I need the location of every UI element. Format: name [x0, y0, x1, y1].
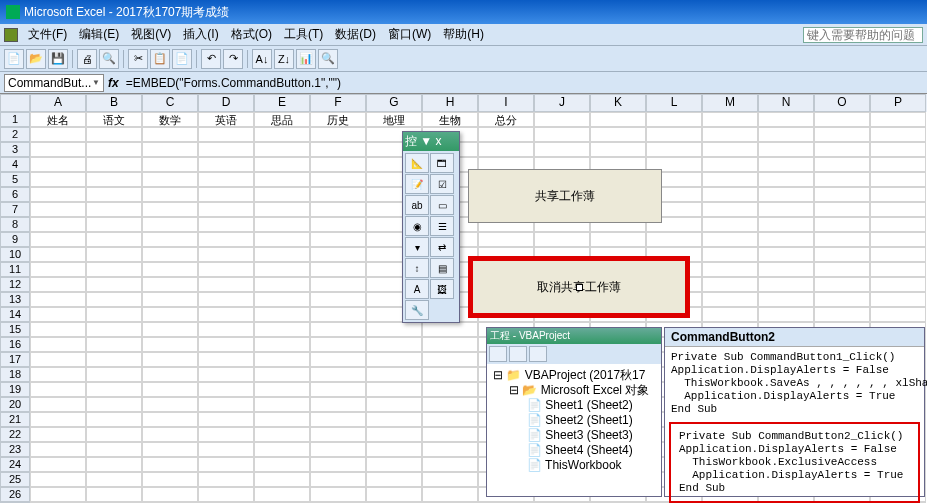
row-header[interactable]: 4 [0, 157, 30, 172]
cell[interactable] [702, 127, 758, 142]
view-code-icon[interactable]: 📝 [405, 174, 429, 194]
row-header[interactable]: 20 [0, 397, 30, 412]
cell[interactable] [30, 487, 86, 502]
cell[interactable] [86, 157, 142, 172]
cell[interactable] [86, 217, 142, 232]
column-header[interactable]: F [310, 94, 366, 112]
row-header[interactable]: 15 [0, 322, 30, 337]
view-object-button[interactable] [509, 346, 527, 362]
menu-item[interactable]: 格式(O) [225, 25, 278, 43]
sort-asc-button[interactable]: A↓ [252, 49, 272, 69]
option-icon[interactable]: ◉ [405, 216, 429, 236]
cell[interactable] [702, 307, 758, 322]
cell[interactable] [814, 157, 870, 172]
cell[interactable] [198, 187, 254, 202]
cell[interactable] [198, 337, 254, 352]
zoom-button[interactable]: 🔍 [318, 49, 338, 69]
cell[interactable] [30, 427, 86, 442]
cell[interactable] [758, 232, 814, 247]
cell[interactable] [758, 112, 814, 127]
share-workbook-button[interactable]: 共享工作薄 [468, 169, 662, 223]
fx-icon[interactable]: fx [108, 76, 119, 90]
cell[interactable]: 总分 [478, 112, 534, 127]
column-header[interactable]: B [86, 94, 142, 112]
cell[interactable] [814, 127, 870, 142]
cell[interactable] [422, 457, 478, 472]
row-header[interactable]: 3 [0, 142, 30, 157]
cell[interactable] [702, 217, 758, 232]
cell[interactable] [534, 127, 590, 142]
cell[interactable] [254, 352, 310, 367]
cell[interactable] [366, 397, 422, 412]
cell[interactable] [142, 367, 198, 382]
cell[interactable] [30, 142, 86, 157]
cell[interactable] [870, 127, 926, 142]
name-box[interactable]: CommandBut... ▼ [4, 74, 104, 92]
row-header[interactable]: 21 [0, 412, 30, 427]
cell[interactable] [814, 112, 870, 127]
row-header[interactable]: 17 [0, 352, 30, 367]
cell[interactable] [702, 187, 758, 202]
cell[interactable] [310, 127, 366, 142]
cell[interactable] [86, 142, 142, 157]
cell[interactable] [30, 172, 86, 187]
cell[interactable] [254, 397, 310, 412]
cell[interactable] [702, 142, 758, 157]
cell[interactable] [310, 307, 366, 322]
cell[interactable] [142, 397, 198, 412]
cell[interactable] [310, 412, 366, 427]
cell[interactable] [86, 457, 142, 472]
row-header[interactable]: 6 [0, 187, 30, 202]
row-header[interactable]: 26 [0, 487, 30, 502]
cell[interactable] [30, 187, 86, 202]
cell[interactable] [142, 187, 198, 202]
cell[interactable] [702, 277, 758, 292]
cell[interactable] [534, 112, 590, 127]
cell[interactable] [198, 472, 254, 487]
cell[interactable] [198, 382, 254, 397]
cell[interactable] [86, 277, 142, 292]
cell[interactable] [814, 247, 870, 262]
cell[interactable] [142, 127, 198, 142]
cell[interactable] [254, 292, 310, 307]
menu-item[interactable]: 视图(V) [125, 25, 177, 43]
cell[interactable] [86, 487, 142, 502]
cell[interactable] [702, 112, 758, 127]
cell[interactable] [758, 262, 814, 277]
cell[interactable] [198, 397, 254, 412]
cell[interactable] [422, 412, 478, 427]
column-header[interactable]: I [478, 94, 534, 112]
column-header[interactable]: A [30, 94, 86, 112]
cell[interactable] [646, 142, 702, 157]
row-header[interactable]: 9 [0, 232, 30, 247]
cell[interactable] [702, 247, 758, 262]
menu-item[interactable]: 窗口(W) [382, 25, 437, 43]
cell[interactable] [814, 277, 870, 292]
cell[interactable] [646, 232, 702, 247]
cell[interactable] [310, 217, 366, 232]
cell[interactable] [30, 397, 86, 412]
cell[interactable] [422, 322, 478, 337]
cell[interactable] [870, 277, 926, 292]
unshare-workbook-button[interactable]: 取消共享工作薄 [468, 256, 690, 318]
cell[interactable]: 思品 [254, 112, 310, 127]
cell[interactable] [478, 142, 534, 157]
cell[interactable] [198, 277, 254, 292]
cell[interactable] [310, 442, 366, 457]
cell[interactable] [198, 487, 254, 502]
cell[interactable] [142, 307, 198, 322]
cell[interactable] [534, 232, 590, 247]
cell[interactable] [30, 247, 86, 262]
cell[interactable] [142, 457, 198, 472]
column-header[interactable]: C [142, 94, 198, 112]
cell[interactable] [86, 172, 142, 187]
cell[interactable] [814, 202, 870, 217]
cell[interactable] [870, 307, 926, 322]
cell[interactable] [366, 382, 422, 397]
cell[interactable] [758, 277, 814, 292]
cell[interactable] [758, 292, 814, 307]
cell[interactable] [422, 487, 478, 502]
cell[interactable] [422, 352, 478, 367]
cell[interactable] [310, 427, 366, 442]
cell[interactable] [30, 322, 86, 337]
